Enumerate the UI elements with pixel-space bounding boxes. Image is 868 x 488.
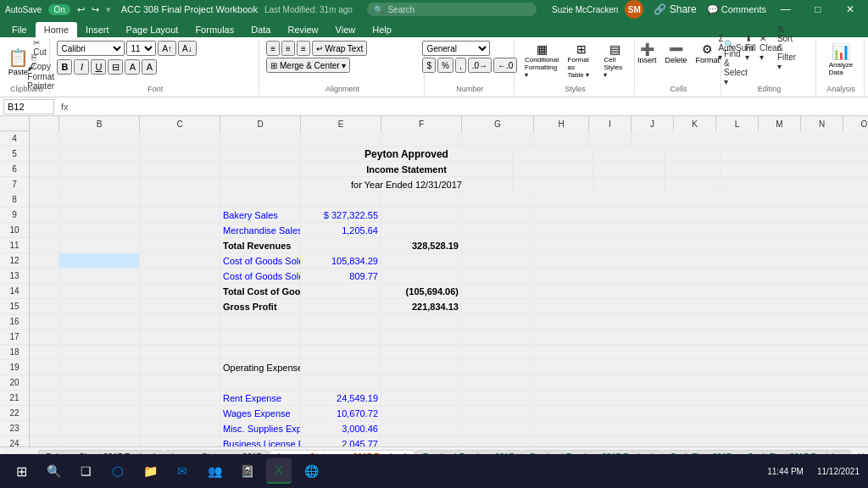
cell-c6[interactable] xyxy=(140,162,220,176)
italic-button[interactable]: I xyxy=(74,59,89,75)
cell-a17[interactable] xyxy=(30,330,59,344)
cell-g22[interactable] xyxy=(462,406,534,420)
cell-c16[interactable] xyxy=(140,314,220,329)
cell-e8[interactable] xyxy=(301,192,381,207)
cell-g7[interactable] xyxy=(593,177,665,191)
cell-c14[interactable] xyxy=(140,284,220,298)
cell-g20[interactable] xyxy=(462,375,534,390)
col-header-i[interactable]: I xyxy=(589,116,632,131)
cell-b7[interactable] xyxy=(59,177,140,191)
cell-d14[interactable]: Total Cost of Goods Sold xyxy=(220,284,301,298)
cell-b10[interactable] xyxy=(59,223,140,237)
cell-a12[interactable] xyxy=(30,253,59,268)
wrap-text-button[interactable]: ↵ Wrap Text xyxy=(312,41,367,56)
col-header-c[interactable]: C xyxy=(140,116,220,131)
cell-b9[interactable] xyxy=(59,208,140,222)
cell-g5[interactable] xyxy=(593,147,665,161)
cell-g4[interactable] xyxy=(462,131,534,146)
cell-e24[interactable]: 2,045.77 xyxy=(301,436,381,446)
cell-d7[interactable] xyxy=(220,177,301,191)
col-header-h[interactable]: H xyxy=(534,116,589,131)
col-header-b[interactable]: B xyxy=(59,116,140,131)
cell-f13[interactable] xyxy=(381,269,462,283)
cell-c10[interactable] xyxy=(140,223,220,237)
fill-color-button[interactable]: A xyxy=(125,59,140,75)
search-box[interactable]: 🔍 Search xyxy=(367,3,537,16)
cell-f17[interactable] xyxy=(381,330,462,344)
cell-b13[interactable] xyxy=(59,269,140,283)
cell-e5[interactable]: Peyton Approved xyxy=(301,147,513,161)
tab-review[interactable]: Review xyxy=(279,22,326,37)
cell-d5[interactable] xyxy=(220,147,301,161)
cell-g6[interactable] xyxy=(593,162,665,176)
col-header-o[interactable]: O xyxy=(843,116,868,131)
col-header-g[interactable]: G xyxy=(462,116,534,131)
cell-b22[interactable] xyxy=(59,406,140,420)
cell-d10[interactable]: Merchandise Sales xyxy=(220,223,301,237)
font-grow-button[interactable]: A↑ xyxy=(158,41,176,56)
cell-e19[interactable] xyxy=(301,360,381,374)
cell-f5[interactable] xyxy=(513,147,593,161)
cell-b4[interactable] xyxy=(59,131,140,146)
cell-d6[interactable] xyxy=(220,162,301,176)
cell-d15[interactable]: Gross Profit xyxy=(220,299,301,313)
cell-e4[interactable] xyxy=(301,131,381,146)
chrome-button[interactable]: 🌐 xyxy=(298,458,324,484)
close-button[interactable]: ✕ xyxy=(837,0,863,19)
cell-b20[interactable] xyxy=(59,375,140,390)
analyze-data-button[interactable]: 📊 AnalyzeData xyxy=(826,41,856,78)
cell-d18[interactable] xyxy=(220,345,301,359)
cell-g16[interactable] xyxy=(462,314,534,329)
start-button[interactable]: ⊞ xyxy=(8,458,34,484)
cell-a4[interactable] xyxy=(30,131,59,146)
cell-c7[interactable] xyxy=(140,177,220,191)
cell-e17[interactable] xyxy=(301,330,381,344)
tab-page-layout[interactable]: Page Layout xyxy=(118,22,187,37)
cell-b6[interactable] xyxy=(59,162,140,176)
cell-c8[interactable] xyxy=(140,192,220,207)
cell-g10[interactable] xyxy=(462,223,534,237)
cell-h7[interactable] xyxy=(665,177,721,191)
cell-b24[interactable] xyxy=(59,436,140,446)
cell-f7[interactable] xyxy=(513,177,593,191)
outlook-button[interactable]: ✉ xyxy=(170,458,195,484)
excel-taskbar-button[interactable]: X xyxy=(266,458,292,484)
cell-styles-button[interactable]: ▤ CellStyles ▾ xyxy=(600,41,629,80)
teams-button[interactable]: 👥 xyxy=(202,458,227,484)
cell-g21[interactable] xyxy=(462,391,534,405)
cell-a24[interactable] xyxy=(30,436,59,446)
border-button[interactable]: ⊟ xyxy=(108,59,123,75)
cell-f8[interactable] xyxy=(381,192,462,207)
cell-f9[interactable] xyxy=(381,208,462,222)
cell-d21[interactable]: Rent Expense xyxy=(220,391,301,405)
cell-b17[interactable] xyxy=(59,330,140,344)
cell-d4[interactable] xyxy=(220,131,301,146)
cell-a16[interactable] xyxy=(30,314,59,329)
col-header-k[interactable]: K xyxy=(674,116,716,131)
cell-g13[interactable] xyxy=(462,269,534,283)
underline-button[interactable]: U xyxy=(91,59,106,75)
cell-d12[interactable]: Cost of Goods Sold - Baked xyxy=(220,253,301,268)
tab-help[interactable]: Help xyxy=(364,22,400,37)
share-button[interactable]: 🔗 Share xyxy=(654,3,696,15)
tab-home[interactable]: Home xyxy=(36,22,77,37)
cell-f20[interactable] xyxy=(381,375,462,390)
align-right-button[interactable]: ≡ xyxy=(297,41,310,56)
cell-b18[interactable] xyxy=(59,345,140,359)
cell-c15[interactable] xyxy=(140,299,220,313)
align-center-button[interactable]: ≡ xyxy=(281,41,295,56)
cell-g17[interactable] xyxy=(462,330,534,344)
cell-a9[interactable] xyxy=(30,208,59,222)
cell-f21[interactable] xyxy=(381,391,462,405)
cell-a20[interactable] xyxy=(30,375,59,390)
cell-f6[interactable] xyxy=(513,162,593,176)
cell-b23[interactable] xyxy=(59,421,140,435)
explorer-button[interactable]: 📁 xyxy=(137,458,163,484)
conditional-formatting-button[interactable]: ▦ ConditionalFormatting ▾ xyxy=(521,41,563,80)
sort-filter-button[interactable]: ⇅ Sort & Filter ▾ xyxy=(779,41,794,54)
formula-input[interactable] xyxy=(75,102,865,112)
col-header-m[interactable]: M xyxy=(759,116,801,131)
font-family-select[interactable]: Calibri xyxy=(57,41,125,56)
cell-e6[interactable]: Income Statement xyxy=(301,162,513,176)
cell-g11[interactable] xyxy=(462,238,534,252)
